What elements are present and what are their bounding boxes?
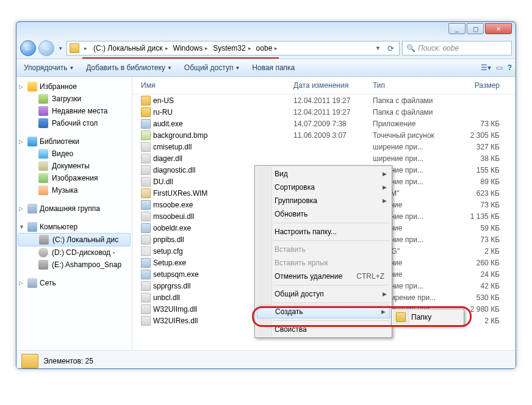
pictures-icon [38, 173, 48, 183]
minimize-button[interactable]: _ [448, 23, 466, 34]
sidebar-item-pictures[interactable]: Изображения [16, 172, 132, 184]
sidebar-item-documents[interactable]: Документы [16, 160, 132, 172]
file-row[interactable]: cmisetup.dllширение при...327 КБ [132, 141, 516, 152]
sidebar-item-disk-e[interactable]: (E:) Ashampoo_Snap [16, 259, 132, 271]
breadcrumb-item[interactable]: (C:) Локальный диск▸ [91, 43, 171, 53]
file-icon [141, 177, 151, 187]
breadcrumb-item[interactable]: Windows▸ [171, 43, 211, 53]
ctx-refresh[interactable]: Обновить [256, 207, 390, 221]
sidebar-computer-header[interactable]: ▼Компьютер [16, 221, 132, 233]
view-mode-button[interactable]: ☰▾ [481, 63, 491, 72]
cd-icon [38, 248, 48, 257]
sidebar-item-disk-c[interactable]: (C:) Локальный дис [18, 233, 131, 246]
file-icon [141, 142, 151, 152]
close-button[interactable]: ✕ [485, 23, 512, 34]
column-headers: Имя Дата изменения Тип Размер [132, 77, 516, 95]
sidebar-item-desktop[interactable]: Рабочий стол [16, 117, 132, 129]
sidebar-item-recent[interactable]: Недавние места [16, 105, 132, 117]
documents-icon [38, 161, 48, 171]
desktop-icon [38, 118, 48, 128]
toolbar: Упорядочить ▼ Добавить в библиотеку ▼ Об… [16, 59, 516, 77]
sidebar-favorites-header[interactable]: ▷Избранное [16, 81, 132, 93]
sidebar-item-disk-d[interactable]: (D:) CD-дисковод - [16, 246, 132, 259]
sidebar-libraries-header[interactable]: ▷Библиотеки [16, 135, 132, 148]
sidebar-homegroup-header[interactable]: ▷Домашняя группа [16, 202, 132, 215]
file-row[interactable]: background.bmp11.06.2009 3:07Точечный ри… [132, 129, 516, 141]
breadcrumb-item[interactable]: oobe▸ [254, 43, 281, 53]
address-bar[interactable]: ▸ (C:) Локальный диск▸ Windows▸ System32… [66, 41, 400, 56]
ctx-paste-shortcut: Вставить ярлык [256, 256, 390, 270]
preview-pane-button[interactable]: ▭ [496, 63, 503, 72]
explorer-window: _ ▢ ✕ ← → ▾ ▸ (C:) Локальный диск▸ Windo… [16, 21, 516, 369]
sidebar-item-music[interactable]: Музыка [16, 184, 132, 196]
file-icon [141, 200, 151, 210]
file-icon [141, 270, 151, 279]
disk-icon [38, 260, 48, 270]
create-folder-item[interactable]: Папку [393, 310, 462, 324]
folder-icon [396, 312, 406, 322]
homegroup-icon [27, 204, 37, 213]
nav-history-dropdown[interactable]: ▾ [57, 42, 64, 54]
maximize-button[interactable]: ▢ [467, 23, 484, 34]
ctx-undo-delete[interactable]: Отменить удалениеCTRL+Z [256, 270, 390, 283]
file-icon [141, 154, 151, 163]
status-count: Элементов: 25 [43, 357, 93, 365]
add-to-library-button[interactable]: Добавить в библиотеку ▼ [82, 62, 175, 74]
computer-icon [27, 222, 37, 232]
sidebar-item-videos[interactable]: Видео [16, 148, 132, 160]
ctx-paste: Вставить [256, 243, 390, 256]
file-row[interactable]: en-US12.04.2011 19:27Папка с файлами [132, 95, 516, 106]
file-row[interactable]: audit.exe14.07.2009 7:38Приложение73 КБ [132, 118, 516, 129]
nav-back-button[interactable]: ← [20, 40, 36, 56]
ctx-group[interactable]: Группировка▶ [256, 194, 390, 207]
file-row[interactable]: diager.dllширение при...38 КБ [132, 152, 516, 164]
ctx-view[interactable]: Вид▶ [256, 167, 390, 181]
search-input[interactable]: 🔍 Поиск: oobe [402, 41, 512, 56]
nav-forward-button[interactable]: → [38, 40, 54, 56]
file-icon [141, 131, 151, 140]
breadcrumb-item[interactable]: System32▸ [210, 43, 253, 53]
col-date[interactable]: Дата изменения [290, 79, 369, 91]
address-row: ← → ▾ ▸ (C:) Локальный диск▸ Windows▸ Sy… [16, 39, 516, 57]
titlebar[interactable]: _ ▢ ✕ [16, 22, 516, 39]
search-icon: 🔍 [406, 44, 415, 52]
refresh-button[interactable]: ⟳ [384, 44, 397, 53]
file-icon [141, 281, 151, 291]
file-icon [141, 235, 151, 245]
file-row[interactable]: ru-RU12.04.2011 19:27Папка с файлами [132, 106, 516, 118]
sidebar: ▷Избранное Загрузки Недавние места Рабоч… [16, 77, 132, 350]
addr-dropdown[interactable]: ▼ [373, 45, 383, 51]
col-name[interactable]: Имя [137, 79, 290, 91]
create-submenu: Папку [391, 309, 464, 326]
ctx-create[interactable]: Создать▶ [257, 305, 390, 318]
sidebar-network-header[interactable]: ▷Сеть [16, 277, 132, 289]
file-icon [141, 188, 151, 198]
file-icon [141, 293, 151, 303]
file-icon [141, 165, 151, 175]
disk-icon [39, 235, 49, 245]
libraries-icon [27, 137, 37, 146]
file-icon [141, 316, 151, 326]
sidebar-item-downloads[interactable]: Загрузки [16, 93, 132, 105]
ctx-customize[interactable]: Настроить папку... [256, 225, 390, 238]
star-icon [27, 82, 37, 91]
ctx-properties[interactable]: Свойства [256, 323, 390, 336]
col-type[interactable]: Тип [369, 79, 455, 91]
organize-button[interactable]: Упорядочить ▼ [20, 62, 77, 74]
folder-icon [21, 354, 38, 368]
file-icon [141, 119, 151, 129]
share-button[interactable]: Общий доступ ▼ [181, 62, 244, 74]
statusbar: Элементов: 25 [16, 350, 516, 369]
ctx-sort[interactable]: Сортировка▶ [256, 181, 390, 194]
ctx-share[interactable]: Общий доступ▶ [256, 287, 390, 301]
file-icon [141, 212, 151, 221]
breadcrumb-arrow[interactable]: ▸ [81, 45, 90, 52]
help-button[interactable]: ? [508, 63, 512, 72]
file-icon [141, 258, 151, 268]
col-size[interactable]: Размер [455, 79, 503, 91]
breadcrumb: (C:) Локальный диск▸ Windows▸ System32▸ … [91, 43, 280, 53]
file-icon [141, 96, 151, 106]
folder-icon [70, 43, 79, 53]
new-folder-button[interactable]: Новая папка [248, 62, 298, 74]
search-placeholder: Поиск: oobe [418, 44, 459, 52]
